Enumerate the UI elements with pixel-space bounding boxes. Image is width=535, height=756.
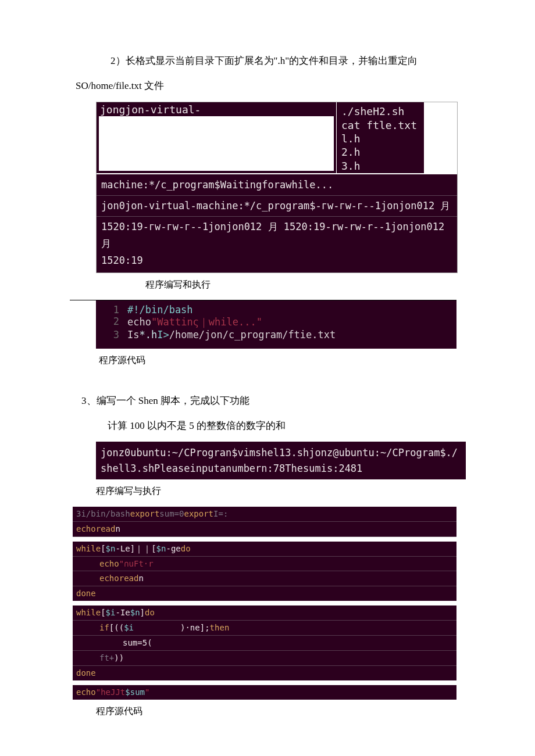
tok: sum=5(	[123, 638, 152, 647]
terminal-top-right: ./sheH2.sh cat ftle.txt l.h 2.h 3.h	[337, 102, 425, 173]
tok: ft+	[99, 653, 114, 662]
blank-area	[99, 116, 334, 171]
tok: sum=0	[159, 509, 184, 518]
term-line: jon0jon-virtual-machine:*/c_program$-гw-…	[101, 198, 452, 214]
code-shebang: #!/bin/bash	[127, 304, 193, 316]
tok: done	[76, 589, 96, 598]
tok: $i	[106, 608, 116, 617]
code-op: I>	[157, 329, 169, 341]
tok: [	[101, 608, 105, 617]
caption-exec-1: 程序编写和执行	[70, 277, 456, 293]
code-cmd: Is	[127, 329, 139, 341]
tok: echo	[76, 687, 96, 697]
line-number: 2	[96, 316, 127, 329]
tok: [((	[109, 623, 124, 632]
tok: bash	[110, 509, 130, 518]
term-line: 1520:19-гw-гw-г--1jonjon012 月 1520:19-rw…	[101, 218, 452, 252]
terminal-bottom: machine:*/c_program$Waitingforawhile... …	[97, 173, 457, 272]
terminal-output-2: jonz0ubuntu:~/CProgran$vimshel13.shjonz@…	[96, 442, 466, 479]
script-line: echoreadn	[73, 522, 456, 537]
code-editor-1: 1 #!/bin/bash 2 echo"Wattinς｜while..." 3…	[96, 300, 456, 349]
tok: -ge	[166, 544, 180, 553]
term-line: cat ftle.txt	[341, 119, 419, 132]
line-number: 3	[96, 329, 127, 341]
tok: read	[96, 524, 116, 533]
tok: do	[181, 544, 191, 553]
term-line: shell3.shPleaseinputanumbern:78Thesumis:…	[101, 461, 461, 476]
script-line: echo"heJJt$sum"	[73, 685, 456, 700]
script-line: done	[73, 586, 456, 601]
tok: )·ne];	[180, 623, 210, 632]
tok: ))	[114, 653, 124, 662]
question-2-title: 2）长格式显示当前目录下面扩展名为".h"的文件和目录，并输出重定向	[23, 52, 512, 70]
terminal-output-1: jongjon-virtual- ./sheH2.sh cat ftle.txt…	[96, 102, 458, 273]
script-line: ft+))	[73, 651, 456, 666]
term-line: jonz0ubuntu:~/CProgran$vimshel13.shjonz@…	[101, 445, 461, 460]
tok: done	[76, 668, 96, 678]
tok: "∩uFt·r	[119, 559, 154, 568]
caption-src-1: 程序源代码	[23, 352, 512, 369]
tok: n	[138, 574, 143, 583]
tok: $n	[130, 608, 140, 617]
tok: ]	[140, 608, 145, 617]
code-string: Wattinς｜while...	[157, 316, 256, 328]
question-3-title: 3、编写一个 Shen 脚本，完成以下功能	[23, 392, 512, 410]
question-2-sub: SO/home/file.txt 文件	[23, 77, 512, 95]
tok: n	[115, 524, 120, 533]
terminal-prompt-left: jongjon-virtual-	[100, 103, 201, 116]
tok: echo	[99, 559, 119, 568]
tok: "	[145, 687, 149, 697]
term-line: ./sheH2.sh	[341, 105, 419, 118]
code-quote: "	[151, 316, 157, 328]
script-line: if[(($i)·ne];then	[73, 621, 456, 636]
tok: bin/	[91, 509, 110, 518]
tok: $sum	[125, 687, 145, 697]
line-number: 1	[96, 304, 127, 316]
tok: "heJJt	[96, 687, 126, 697]
tok: [	[101, 544, 105, 553]
script-source: 3i/bin/bashexportsum=0exportI=: echoread…	[73, 507, 456, 700]
script-line: while[$n-Le]｜｜[$n-gedo	[73, 542, 456, 557]
code-quote: "	[256, 316, 262, 328]
term-line: 3.h	[341, 159, 419, 173]
tok: if	[99, 623, 109, 632]
term-line: l.h	[341, 132, 419, 145]
term-line: 2.h	[341, 145, 419, 159]
tok: export	[184, 509, 213, 518]
tok: -Le	[115, 544, 130, 553]
tok: -Ie	[115, 608, 130, 617]
tok: read	[119, 574, 139, 583]
code-cmd: echo	[127, 316, 151, 328]
tok: $n	[106, 544, 116, 553]
blank-col	[425, 102, 457, 173]
tok: then	[210, 623, 230, 632]
tok: do	[145, 608, 155, 617]
code-path: /home/jon/c_program/ftie.txt	[169, 329, 336, 341]
tok: echo	[99, 574, 119, 583]
caption-src-2: 程序源代码	[23, 703, 512, 720]
question-3-sub: 计算 100 以内不是 5 的整数倍的数字的和	[23, 417, 512, 435]
caption-exec-2: 程序编写与执行	[23, 483, 512, 500]
tok: $i	[124, 623, 134, 632]
script-line: done	[73, 666, 456, 680]
tok: while	[76, 544, 101, 553]
terminal-top-left: jongjon-virtual-	[97, 102, 337, 173]
tok: 3i/	[76, 509, 91, 518]
term-line: 1520:19	[101, 252, 452, 269]
tok: echo	[76, 524, 96, 533]
tok: export	[130, 509, 160, 518]
tok: ]｜｜[	[130, 544, 156, 553]
script-line: while[$i-Ie$n]do	[73, 605, 456, 621]
term-line: machine:*/c_program$Waitingforawhile...	[101, 177, 452, 194]
script-line: 3i/bin/bashexportsum=0exportI=:	[73, 507, 456, 522]
script-line: echo"∩uFt·r	[73, 557, 456, 572]
tok: while	[76, 608, 101, 617]
tok: $n	[156, 544, 166, 553]
tok: I=:	[213, 509, 228, 518]
script-line: sum=5(	[73, 636, 456, 651]
script-line: echoreadn	[73, 571, 456, 586]
code-glob: *.h	[139, 329, 157, 341]
